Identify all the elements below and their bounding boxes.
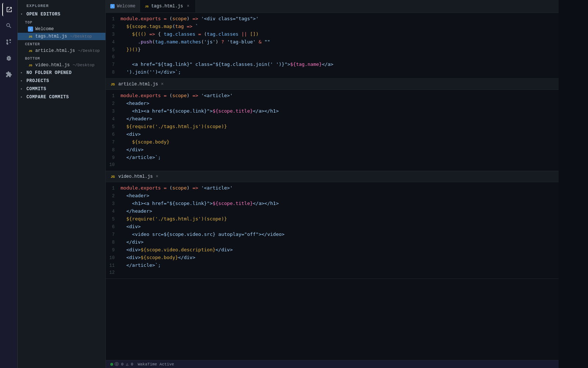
code-line: 3 <h1><a href="${scope.link}">${scope.ti…	[106, 107, 559, 115]
code-line: 5 ${require('./tags.html.js')(scope)}	[106, 215, 559, 223]
editor-pane-article: JS article.html.js × 1 module.exports = …	[106, 79, 559, 171]
code-line: 10	[106, 162, 559, 169]
editor-pane-video: JS video.html.js × 1 module.exports = (s…	[106, 171, 559, 279]
code-line: 4 </header>	[106, 115, 559, 123]
no-folder-label: NO FOLDER OPENED	[26, 70, 72, 75]
activity-bar	[0, 0, 18, 368]
code-line: 6 <div>	[106, 223, 559, 231]
tab-tags-label: tags.html.js	[151, 4, 183, 9]
projects-section[interactable]: PROJECTS	[18, 77, 105, 85]
tags-filepath: ~/Desktop	[70, 34, 92, 39]
top-sub-header: TOP	[18, 18, 105, 25]
code-line: 8 </div>	[106, 146, 559, 154]
js-file-icon-article: JS	[28, 48, 33, 53]
code-block-video: 1 module.exports = (scope) => '<article>…	[106, 182, 559, 279]
sidebar-item-tags[interactable]: JS tags.html.js ~/Desktop	[18, 33, 105, 40]
git-status-text: ⓪ 0 △ 0	[115, 361, 133, 367]
code-line: 9 <div>${scope.video.description}</div>	[106, 246, 559, 254]
code-line: 7 ${scope.body}	[106, 138, 559, 146]
code-line: 2 <header>	[106, 192, 559, 200]
compare-commits-label: COMPARE COMMITS	[26, 95, 69, 100]
code-line: 8 ').join('')</div>`;	[106, 68, 559, 76]
sidebar-item-article[interactable]: JS article.html.js ~/Desktop	[18, 47, 105, 54]
code-line: 1 module.exports = (scope) => '<article>…	[106, 184, 559, 192]
tab-welcome-label: Welcome	[117, 4, 135, 9]
open-editors-section[interactable]: OPEN EDITORS	[18, 10, 105, 18]
article-pane-title: article.html.js	[118, 82, 158, 87]
commits-label: COMMITS	[26, 86, 46, 92]
code-line: 1 module.exports = (scope) => '<div clas…	[106, 15, 559, 23]
code-line: 12	[106, 269, 559, 276]
welcome-filename: Welcome	[35, 26, 54, 32]
commits-arrow	[21, 87, 25, 91]
code-line: 3 <h1><a href="${scope.link}">${scope.ti…	[106, 200, 559, 208]
extensions-icon[interactable]	[2, 68, 15, 81]
js-file-icon-video: JS	[28, 63, 33, 68]
sidebar-item-welcome[interactable]: ⚡ Welcome	[18, 25, 105, 33]
tab-bar: ⚡ Welcome JS tags.html.js ×	[106, 0, 559, 13]
article-pane-close[interactable]: ×	[161, 82, 164, 87]
git-status: ⓪ 0 △ 0	[110, 361, 133, 367]
code-line: 9 </article>`;	[106, 154, 559, 162]
video-pane-title: video.html.js	[118, 174, 153, 179]
code-line: 7 <a href="${tag.link}" class="${tag.cla…	[106, 61, 559, 68]
status-bar: ⓪ 0 △ 0 WakaTime Active	[106, 360, 559, 368]
sidebar-title: EXPLORER	[18, 0, 105, 10]
sidebar-item-video[interactable]: JS video.html.js ~/Desktop	[18, 61, 105, 69]
projects-arrow	[21, 79, 25, 83]
tab-welcome[interactable]: ⚡ Welcome	[106, 0, 140, 13]
video-tab-icon: JS	[110, 174, 115, 179]
sidebar: EXPLORER OPEN EDITORS TOP ⚡ Welcome JS t…	[18, 0, 106, 368]
search-icon[interactable]	[2, 19, 15, 32]
video-filename: video.html.js	[35, 63, 70, 68]
video-pane-header: JS video.html.js ×	[106, 171, 559, 182]
code-line: 5 })()}	[106, 46, 559, 54]
code-line: 6 <div>	[106, 131, 559, 138]
code-line: 4 </header>	[106, 208, 559, 215]
explorer-icon[interactable]	[2, 3, 15, 16]
article-filepath: ~/Desktop	[78, 49, 100, 53]
code-line: 2 ${scope.tags.map(tag => `	[106, 23, 559, 31]
video-filepath: ~/Desktop	[73, 63, 94, 67]
code-line: 7 <video src=${scope.video.src} autoplay…	[106, 231, 559, 238]
tab-tags-close[interactable]: ×	[185, 3, 191, 9]
code-line: 5 ${require('./tags.html.js')(scope)}	[106, 123, 559, 131]
article-pane-header: JS article.html.js ×	[106, 79, 559, 90]
source-control-icon[interactable]	[2, 35, 15, 49]
tags-filename: tags.html.js	[35, 34, 67, 39]
welcome-file-icon: ⚡	[28, 26, 33, 32]
projects-label: PROJECTS	[26, 78, 49, 84]
js-file-icon-tags: JS	[28, 34, 33, 39]
bottom-sub-header: BOTTOM	[18, 54, 105, 61]
article-tab-icon: JS	[110, 82, 115, 87]
editor-pane-tags: 1 module.exports = (scope) => '<div clas…	[106, 13, 559, 79]
code-line: 8 </div>	[106, 238, 559, 246]
debug-icon[interactable]	[2, 52, 15, 65]
no-folder-section[interactable]: NO FOLDER OPENED	[18, 69, 105, 77]
code-line: 1 module.exports = (scope) => '<article>…	[106, 92, 559, 100]
editors-container[interactable]: 1 module.exports = (scope) => '<div clas…	[106, 13, 559, 360]
no-folder-arrow	[21, 71, 25, 75]
commits-section[interactable]: COMMITS	[18, 85, 105, 93]
open-editors-label: OPEN EDITORS	[26, 12, 60, 17]
code-line: 11 </article>`;	[106, 262, 559, 269]
compare-commits-section[interactable]: COMPARE COMMITS	[18, 93, 105, 101]
code-line: 3 ${(() => { tag.classes = (tag.classes …	[106, 31, 559, 38]
git-status-circle	[110, 363, 113, 366]
open-editors-arrow	[21, 12, 25, 17]
code-block-article: 1 module.exports = (scope) => '<article>…	[106, 90, 559, 171]
tab-welcome-icon: ⚡	[110, 4, 115, 8]
wakatime-status: WakaTime Active	[138, 362, 174, 367]
tab-tags[interactable]: JS tags.html.js ×	[140, 0, 196, 13]
code-block-tags: 1 module.exports = (scope) => '<div clas…	[106, 13, 559, 78]
tab-tags-icon: JS	[144, 4, 149, 8]
code-line: 10 <div>${scope.body}</div>	[106, 254, 559, 262]
center-sub-header: CENTER	[18, 40, 105, 47]
code-line: 2 <header>	[106, 100, 559, 107]
compare-commits-arrow	[21, 95, 25, 99]
editor-area: ⚡ Welcome JS tags.html.js × 1 module.exp…	[106, 0, 559, 368]
article-filename: article.html.js	[35, 48, 75, 53]
video-pane-close[interactable]: ×	[156, 174, 158, 179]
wakatime-label: WakaTime Active	[138, 362, 174, 367]
code-line: 4 .push(tag.name.matches('js') ? 'tag-bl…	[106, 38, 559, 46]
